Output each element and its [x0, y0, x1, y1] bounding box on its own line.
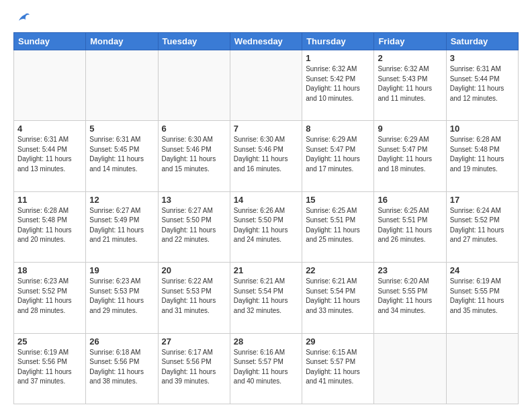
calendar-cell: 15Sunrise: 6:25 AM Sunset: 5:51 PM Dayli… — [302, 191, 374, 262]
calendar-cell: 14Sunrise: 6:26 AM Sunset: 5:50 PM Dayli… — [230, 191, 302, 262]
calendar-cell: 23Sunrise: 6:20 AM Sunset: 5:55 PM Dayli… — [374, 263, 446, 333]
calendar-cell: 1Sunrise: 6:32 AM Sunset: 5:42 PM Daylig… — [302, 50, 374, 121]
calendar-week-row: 18Sunrise: 6:23 AM Sunset: 5:52 PM Dayli… — [14, 263, 519, 333]
weekday-header-saturday: Saturday — [446, 33, 518, 50]
day-info: Sunrise: 6:30 AM Sunset: 5:46 PM Dayligh… — [234, 135, 298, 174]
day-number: 17 — [450, 195, 515, 205]
calendar-cell: 20Sunrise: 6:22 AM Sunset: 5:53 PM Dayli… — [158, 263, 230, 333]
day-info: Sunrise: 6:31 AM Sunset: 5:45 PM Dayligh… — [89, 135, 154, 174]
day-info: Sunrise: 6:16 AM Sunset: 5:57 PM Dayligh… — [234, 348, 298, 387]
day-info: Sunrise: 6:22 AM Sunset: 5:53 PM Dayligh… — [162, 277, 226, 316]
day-number: 10 — [450, 124, 515, 134]
calendar-cell: 9Sunrise: 6:29 AM Sunset: 5:47 PM Daylig… — [374, 121, 446, 191]
calendar-cell: 25Sunrise: 6:19 AM Sunset: 5:56 PM Dayli… — [14, 333, 86, 404]
calendar-cell: 12Sunrise: 6:27 AM Sunset: 5:49 PM Dayli… — [86, 191, 158, 262]
weekday-header-friday: Friday — [374, 33, 446, 50]
day-number: 24 — [450, 265, 515, 275]
weekday-header-sunday: Sunday — [14, 33, 86, 50]
calendar-cell: 7Sunrise: 6:30 AM Sunset: 5:46 PM Daylig… — [230, 121, 302, 191]
calendar-cell: 17Sunrise: 6:24 AM Sunset: 5:52 PM Dayli… — [446, 191, 518, 262]
calendar-cell: 26Sunrise: 6:18 AM Sunset: 5:56 PM Dayli… — [86, 333, 158, 404]
calendar-cell: 11Sunrise: 6:28 AM Sunset: 5:48 PM Dayli… — [14, 191, 86, 262]
day-number: 19 — [89, 265, 154, 275]
day-info: Sunrise: 6:28 AM Sunset: 5:48 PM Dayligh… — [17, 206, 82, 245]
day-number: 15 — [306, 195, 370, 205]
day-number: 25 — [17, 336, 82, 347]
calendar-week-row: 11Sunrise: 6:28 AM Sunset: 5:48 PM Dayli… — [14, 191, 519, 262]
calendar-cell — [14, 50, 86, 121]
day-number: 2 — [378, 53, 442, 63]
calendar-cell: 18Sunrise: 6:23 AM Sunset: 5:52 PM Dayli… — [14, 263, 86, 333]
calendar-cell: 22Sunrise: 6:21 AM Sunset: 5:54 PM Dayli… — [302, 263, 374, 333]
day-info: Sunrise: 6:32 AM Sunset: 5:42 PM Dayligh… — [306, 64, 370, 103]
calendar-cell: 4Sunrise: 6:31 AM Sunset: 5:44 PM Daylig… — [14, 121, 86, 191]
day-number: 4 — [17, 124, 82, 134]
day-info: Sunrise: 6:23 AM Sunset: 5:53 PM Dayligh… — [89, 277, 154, 316]
calendar-cell: 10Sunrise: 6:28 AM Sunset: 5:48 PM Dayli… — [446, 121, 518, 191]
day-info: Sunrise: 6:21 AM Sunset: 5:54 PM Dayligh… — [234, 277, 298, 316]
calendar-cell: 3Sunrise: 6:31 AM Sunset: 5:44 PM Daylig… — [446, 50, 518, 121]
day-info: Sunrise: 6:25 AM Sunset: 5:51 PM Dayligh… — [378, 206, 442, 245]
logo-bird-icon — [15, 11, 30, 26]
day-info: Sunrise: 6:29 AM Sunset: 5:47 PM Dayligh… — [306, 135, 370, 174]
calendar-week-row: 25Sunrise: 6:19 AM Sunset: 5:56 PM Dayli… — [14, 333, 519, 404]
day-number: 28 — [234, 336, 298, 347]
day-number: 16 — [378, 195, 442, 205]
day-info: Sunrise: 6:26 AM Sunset: 5:50 PM Dayligh… — [234, 206, 298, 245]
day-info: Sunrise: 6:31 AM Sunset: 5:44 PM Dayligh… — [17, 135, 82, 174]
day-number: 9 — [378, 124, 442, 134]
day-number: 20 — [162, 265, 226, 275]
day-info: Sunrise: 6:32 AM Sunset: 5:43 PM Dayligh… — [378, 64, 442, 103]
day-number: 27 — [162, 336, 226, 347]
day-info: Sunrise: 6:19 AM Sunset: 5:55 PM Dayligh… — [450, 277, 515, 316]
day-info: Sunrise: 6:17 AM Sunset: 5:56 PM Dayligh… — [162, 348, 226, 387]
calendar-cell — [86, 50, 158, 121]
day-number: 5 — [89, 124, 154, 134]
day-info: Sunrise: 6:27 AM Sunset: 5:50 PM Dayligh… — [162, 206, 226, 245]
day-info: Sunrise: 6:15 AM Sunset: 5:57 PM Dayligh… — [306, 348, 370, 387]
day-number: 23 — [378, 265, 442, 275]
day-info: Sunrise: 6:24 AM Sunset: 5:52 PM Dayligh… — [450, 206, 515, 245]
day-number: 11 — [17, 195, 82, 205]
day-info: Sunrise: 6:23 AM Sunset: 5:52 PM Dayligh… — [17, 277, 82, 316]
day-info: Sunrise: 6:31 AM Sunset: 5:44 PM Dayligh… — [450, 64, 515, 103]
weekday-header-wednesday: Wednesday — [230, 33, 302, 50]
calendar-cell: 27Sunrise: 6:17 AM Sunset: 5:56 PM Dayli… — [158, 333, 230, 404]
calendar-cell: 8Sunrise: 6:29 AM Sunset: 5:47 PM Daylig… — [302, 121, 374, 191]
day-number: 14 — [234, 195, 298, 205]
day-info: Sunrise: 6:30 AM Sunset: 5:46 PM Dayligh… — [162, 135, 226, 174]
weekday-header-monday: Monday — [86, 33, 158, 50]
day-number: 22 — [306, 265, 370, 275]
calendar-cell: 6Sunrise: 6:30 AM Sunset: 5:46 PM Daylig… — [158, 121, 230, 191]
calendar-cell: 5Sunrise: 6:31 AM Sunset: 5:45 PM Daylig… — [86, 121, 158, 191]
calendar-table: SundayMondayTuesdayWednesdayThursdayFrid… — [13, 32, 519, 404]
page-header — [13, 11, 519, 26]
day-info: Sunrise: 6:29 AM Sunset: 5:47 PM Dayligh… — [378, 135, 442, 174]
calendar-cell: 19Sunrise: 6:23 AM Sunset: 5:53 PM Dayli… — [86, 263, 158, 333]
day-number: 8 — [306, 124, 370, 134]
day-number: 12 — [89, 195, 154, 205]
day-info: Sunrise: 6:27 AM Sunset: 5:49 PM Dayligh… — [89, 206, 154, 245]
day-number: 21 — [234, 265, 298, 275]
calendar-cell: 28Sunrise: 6:16 AM Sunset: 5:57 PM Dayli… — [230, 333, 302, 404]
day-number: 29 — [306, 336, 370, 347]
weekday-header-row: SundayMondayTuesdayWednesdayThursdayFrid… — [14, 33, 519, 50]
calendar-week-row: 4Sunrise: 6:31 AM Sunset: 5:44 PM Daylig… — [14, 121, 519, 191]
day-info: Sunrise: 6:21 AM Sunset: 5:54 PM Dayligh… — [306, 277, 370, 316]
weekday-header-tuesday: Tuesday — [158, 33, 230, 50]
calendar-cell: 29Sunrise: 6:15 AM Sunset: 5:57 PM Dayli… — [302, 333, 374, 404]
weekday-header-thursday: Thursday — [302, 33, 374, 50]
day-number: 6 — [162, 124, 226, 134]
calendar-cell: 2Sunrise: 6:32 AM Sunset: 5:43 PM Daylig… — [374, 50, 446, 121]
calendar-cell — [158, 50, 230, 121]
calendar-week-row: 1Sunrise: 6:32 AM Sunset: 5:42 PM Daylig… — [14, 50, 519, 121]
day-number: 26 — [89, 336, 154, 347]
calendar-cell: 13Sunrise: 6:27 AM Sunset: 5:50 PM Dayli… — [158, 191, 230, 262]
calendar-cell: 24Sunrise: 6:19 AM Sunset: 5:55 PM Dayli… — [446, 263, 518, 333]
calendar-cell: 21Sunrise: 6:21 AM Sunset: 5:54 PM Dayli… — [230, 263, 302, 333]
day-info: Sunrise: 6:18 AM Sunset: 5:56 PM Dayligh… — [89, 348, 154, 387]
calendar-cell — [230, 50, 302, 121]
day-number: 7 — [234, 124, 298, 134]
day-info: Sunrise: 6:19 AM Sunset: 5:56 PM Dayligh… — [17, 348, 82, 387]
calendar-cell — [446, 333, 518, 404]
